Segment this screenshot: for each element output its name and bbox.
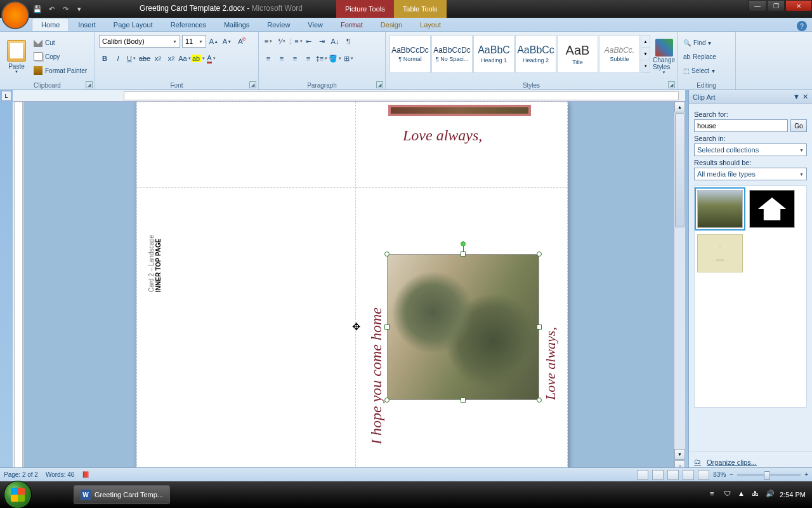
tab-view[interactable]: View bbox=[299, 18, 332, 31]
start-button[interactable] bbox=[4, 481, 32, 508]
clipboard-launcher[interactable]: ◢ bbox=[86, 81, 93, 88]
outline-view[interactable] bbox=[683, 470, 694, 480]
save-icon[interactable]: 💾 bbox=[32, 3, 43, 15]
top-image[interactable] bbox=[388, 105, 531, 116]
web-layout-view[interactable] bbox=[667, 470, 679, 480]
style-normal[interactable]: AaBbCcDc¶ Normal bbox=[390, 35, 431, 73]
select-button[interactable]: ⬚Select ▾ bbox=[681, 64, 731, 77]
tab-selector[interactable]: L bbox=[1, 91, 11, 101]
page[interactable]: Love always, Card 2 – Landscape INNER TO… bbox=[136, 102, 568, 494]
switch-windows-icon[interactable] bbox=[52, 485, 67, 504]
decrease-indent-button[interactable]: ⇤ bbox=[303, 35, 314, 48]
pane-menu-icon[interactable]: ▼ bbox=[793, 93, 800, 101]
italic-button[interactable]: I bbox=[112, 52, 124, 65]
shrink-font-button[interactable]: A▼ bbox=[221, 35, 233, 48]
line-spacing-button[interactable]: ‡≡ bbox=[316, 52, 327, 65]
paste-button[interactable]: Paste ▼ bbox=[4, 34, 29, 79]
resize-handle-br[interactable] bbox=[537, 398, 542, 403]
pane-close-icon[interactable]: ✕ bbox=[802, 93, 808, 101]
style-no-spacing[interactable]: AaBbCcDc¶ No Spaci... bbox=[431, 35, 473, 73]
hope-text[interactable]: I hope you come home bbox=[368, 307, 385, 444]
tab-design[interactable]: Design bbox=[372, 18, 411, 31]
draft-view[interactable] bbox=[698, 470, 709, 480]
taskbar-word[interactable]: W Greeting Card Temp... bbox=[74, 485, 170, 504]
page-status[interactable]: Page: 2 of 2 bbox=[4, 471, 38, 478]
replace-button[interactable]: abReplace bbox=[681, 50, 731, 63]
proofing-icon[interactable]: 📕 bbox=[82, 471, 89, 478]
shading-button[interactable]: 🪣 bbox=[329, 52, 341, 65]
zoom-slider[interactable] bbox=[737, 474, 801, 476]
align-left-button[interactable]: ≡ bbox=[263, 52, 274, 65]
go-button[interactable]: Go bbox=[790, 119, 807, 132]
bold-button[interactable]: B bbox=[99, 52, 110, 65]
scroll-up-button[interactable]: ▲ bbox=[674, 102, 685, 112]
scroll-down-button[interactable]: ▼ bbox=[674, 449, 685, 460]
scroll-thumb[interactable] bbox=[675, 113, 684, 227]
tab-layout[interactable]: Layout bbox=[411, 18, 450, 31]
word-count[interactable]: Words: 46 bbox=[46, 471, 74, 478]
styles-launcher[interactable]: ◢ bbox=[668, 81, 675, 88]
show-marks-button[interactable]: ¶ bbox=[343, 35, 354, 48]
horizontal-ruler[interactable] bbox=[13, 90, 685, 102]
clear-format-button[interactable]: A⊘ bbox=[235, 35, 246, 48]
style-subtitle[interactable]: AaBbCc.Subtitle bbox=[599, 35, 640, 73]
multilevel-button[interactable]: ⋮≡ bbox=[289, 35, 301, 48]
format-painter-button[interactable]: Format Painter bbox=[32, 64, 89, 77]
selected-image[interactable] bbox=[387, 254, 539, 400]
resize-handle-r[interactable] bbox=[537, 324, 542, 330]
tab-format[interactable]: Format bbox=[332, 18, 372, 31]
clock[interactable]: 2:54 PM bbox=[780, 491, 806, 498]
clip-result-1[interactable] bbox=[697, 190, 743, 228]
close-button[interactable]: ✕ bbox=[785, 0, 812, 11]
underline-button[interactable]: U bbox=[126, 52, 137, 65]
superscript-button[interactable]: x2 bbox=[166, 52, 177, 65]
font-name-combo[interactable]: Calibri (Body)▼ bbox=[99, 35, 180, 48]
resize-handle-tr[interactable] bbox=[537, 251, 542, 257]
resize-handle-tl[interactable] bbox=[384, 251, 390, 257]
style-heading2[interactable]: AaBbCcHeading 2 bbox=[515, 35, 556, 73]
search-in-combo[interactable]: Selected collections▼ bbox=[694, 144, 807, 156]
sort-button[interactable]: A↓ bbox=[329, 35, 341, 48]
tab-references[interactable]: References bbox=[162, 18, 215, 31]
print-layout-view[interactable] bbox=[637, 470, 648, 480]
paragraph-launcher[interactable]: ◢ bbox=[376, 81, 383, 88]
zoom-level[interactable]: 83% bbox=[713, 471, 726, 478]
subscript-button[interactable]: x2 bbox=[152, 52, 164, 65]
font-launcher[interactable]: ◢ bbox=[249, 81, 256, 88]
qat-more-icon[interactable]: ▾ bbox=[74, 3, 85, 15]
borders-button[interactable]: ⊞ bbox=[343, 52, 354, 65]
justify-button[interactable]: ≡ bbox=[303, 52, 314, 65]
change-styles-button[interactable]: Change Styles▼ bbox=[653, 34, 675, 79]
style-heading1[interactable]: AaBbCHeading 1 bbox=[473, 35, 514, 73]
find-button[interactable]: 🔍Find ▾ bbox=[681, 36, 731, 49]
align-center-button[interactable]: ≡ bbox=[276, 52, 287, 65]
clip-result-2[interactable] bbox=[749, 190, 795, 228]
love-always-text[interactable]: Love always, bbox=[403, 127, 482, 144]
network-icon[interactable]: 🖧 bbox=[752, 490, 762, 500]
show-desktop-icon[interactable] bbox=[36, 485, 51, 504]
strike-button[interactable]: abe bbox=[139, 52, 150, 65]
resize-handle-bl[interactable] bbox=[384, 398, 390, 403]
love-always-text-2[interactable]: Love always, bbox=[542, 327, 559, 400]
copy-button[interactable]: Copy bbox=[32, 50, 89, 63]
tab-review[interactable]: Review bbox=[258, 18, 299, 31]
grow-font-button[interactable]: A▲ bbox=[208, 35, 219, 48]
zoom-in-button[interactable]: + bbox=[804, 471, 808, 478]
numbering-button[interactable]: ⅟ bbox=[276, 35, 287, 48]
bullets-button[interactable]: ≡ bbox=[263, 35, 274, 48]
tab-home[interactable]: Home bbox=[32, 18, 69, 31]
tray-icon-1[interactable]: ≡ bbox=[710, 490, 720, 500]
change-case-button[interactable]: Aa bbox=[179, 52, 190, 65]
clip-result-3[interactable] bbox=[697, 234, 743, 272]
increase-indent-button[interactable]: ⇥ bbox=[316, 35, 327, 48]
tab-page-layout[interactable]: Page Layout bbox=[105, 18, 162, 31]
search-input[interactable] bbox=[694, 119, 788, 132]
full-screen-view[interactable] bbox=[652, 470, 664, 480]
tab-insert[interactable]: Insert bbox=[69, 18, 105, 31]
rotate-handle[interactable] bbox=[461, 241, 466, 246]
minimize-button[interactable]: — bbox=[749, 0, 766, 11]
vertical-scrollbar[interactable]: ▲ ▼ ○ ⇈ ⇊ bbox=[674, 102, 685, 494]
align-right-button[interactable]: ≡ bbox=[289, 52, 301, 65]
resize-handle-t[interactable] bbox=[461, 251, 466, 257]
resize-handle-b[interactable] bbox=[461, 398, 466, 403]
